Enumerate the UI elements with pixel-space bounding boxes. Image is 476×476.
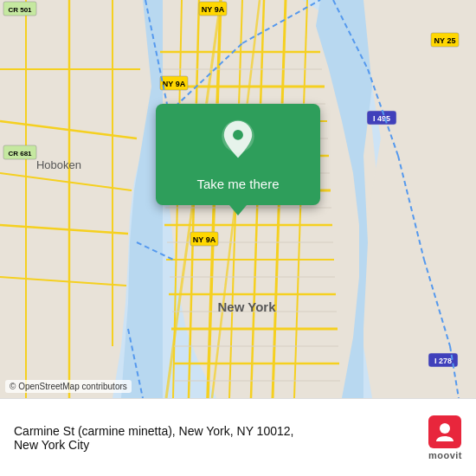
svg-text:Hoboken: Hoboken: [36, 158, 81, 171]
take-me-there-button[interactable]: Take me there: [156, 168, 320, 205]
address-line1: Carmine St (carmine minetta), New York, …: [14, 424, 418, 438]
svg-text:NY 25: NY 25: [434, 36, 456, 45]
map-view: NY 9A NY 9A NY 9A CR 681 CR 501 I 495 I …: [0, 0, 476, 398]
address-block: Carmine St (carmine minetta), New York, …: [14, 424, 418, 452]
svg-text:I 278: I 278: [434, 357, 452, 365]
svg-text:NY 9A: NY 9A: [163, 80, 186, 88]
svg-text:I 495: I 495: [373, 114, 390, 123]
map-attribution: © OpenStreetMap contributors: [5, 380, 132, 393]
svg-text:CR 501: CR 501: [8, 6, 32, 14]
svg-text:New York: New York: [218, 299, 277, 314]
moovit-logo: moovit: [428, 415, 462, 460]
location-popup: Take me there: [156, 104, 320, 205]
popup-icon-area: [218, 104, 258, 168]
moovit-icon: [428, 415, 461, 448]
moovit-text: moovit: [428, 450, 462, 460]
location-pin-icon: [218, 119, 258, 159]
svg-point-74: [440, 423, 450, 434]
svg-text:CR 681: CR 681: [8, 150, 32, 158]
svg-text:NY 9A: NY 9A: [193, 235, 216, 244]
address-line2: New York City: [14, 438, 418, 452]
info-bar: Carmine St (carmine minetta), New York, …: [0, 398, 476, 476]
svg-point-72: [233, 130, 243, 140]
svg-text:NY 9A: NY 9A: [202, 5, 225, 14]
